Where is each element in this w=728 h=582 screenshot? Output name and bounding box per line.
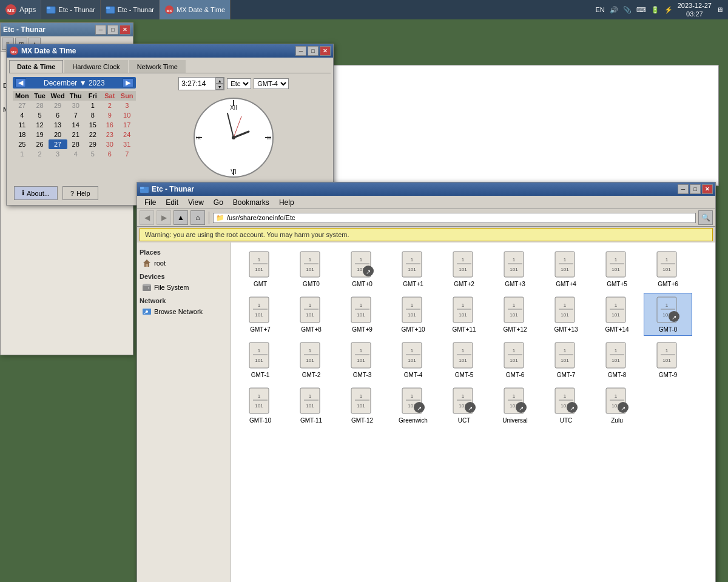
cal-cell[interactable]: 4 [67,149,84,159]
thunar-main-maximize-btn[interactable]: □ [690,184,701,194]
file-item[interactable]: 1101GMT+14 [593,293,641,336]
mx-datetime-maximize-btn[interactable]: □ [308,46,318,56]
tab-network-time[interactable]: Network Time [129,60,186,73]
file-item[interactable]: 1101GMT-3 [338,338,386,381]
cal-cell[interactable]: 2 [101,101,118,110]
back-btn[interactable]: ◀ [140,210,154,225]
thunar-main-close-btn[interactable]: ✕ [702,184,713,194]
cal-cell[interactable]: 28 [32,101,49,110]
cal-cell[interactable]: 5 [84,149,101,159]
taskbar-win-mxdt[interactable]: MX MX Date & Time [160,0,231,19]
file-item[interactable]: 1101GMT-7 [542,338,590,381]
time-up-btn[interactable]: ▲ [215,78,224,84]
cal-cell[interactable]: 17 [118,120,136,130]
menu-edit[interactable]: Edit [161,197,183,208]
cal-cell[interactable]: 19 [32,130,49,139]
cal-cell[interactable]: 1 [13,149,32,159]
cal-cell[interactable]: 30 [101,139,118,149]
cal-cell[interactable]: 27 [13,101,32,110]
file-item[interactable]: 1101GMT-9 [644,338,692,381]
cal-cell[interactable]: 3 [118,101,136,110]
timezone1-select[interactable]: Etc [227,78,251,89]
address-input[interactable] [227,214,693,221]
locale-indicator[interactable]: EN [595,6,604,13]
file-item[interactable]: 1101GMT+9 [338,293,386,336]
cal-cell[interactable]: 8 [84,110,101,120]
file-item[interactable]: 1101GMT+10 [389,293,437,336]
taskbar-win-thunar1[interactable]: Etc - Thunar [41,0,100,19]
cal-cell[interactable]: 23 [101,130,118,139]
attachment-icon[interactable]: 📎 [623,6,632,14]
cal-cell[interactable]: 14 [67,120,84,130]
file-item[interactable]: 1101GMT+7 [236,293,285,336]
cal-cell[interactable]: 15 [84,120,101,130]
sidebar-minimize-btn[interactable]: ─ [95,25,106,35]
file-item[interactable]: 1101↗Zulu [593,384,641,427]
apps-button[interactable]: MX Apps [0,0,41,19]
menu-file[interactable]: File [140,197,161,208]
file-item[interactable]: 1101GMT-10 [236,384,285,427]
file-item[interactable]: 1101GMT-6 [491,338,539,381]
file-item[interactable]: 1101GMT [236,247,285,290]
cal-cell[interactable]: 26 [32,139,49,149]
clock-display[interactable]: 2023-12-27 03:27 [678,1,712,19]
volume-icon[interactable]: 🔊 [610,6,618,14]
cal-prev-btn[interactable]: ◀ [15,78,26,87]
cal-cell[interactable]: 2 [32,149,49,159]
cal-cell[interactable]: 12 [32,120,49,130]
cal-cell[interactable]: 10 [118,110,136,120]
cal-cell[interactable]: 20 [49,130,67,139]
file-item[interactable]: 1101↗UTC [542,384,590,427]
file-item[interactable]: 1101↗Greenwich [389,384,437,427]
cal-cell[interactable]: 16 [101,120,118,130]
menu-bookmarks[interactable]: Bookmarks [228,197,274,208]
file-item[interactable]: 1101GMT-2 [287,338,335,381]
cal-cell[interactable]: 6 [101,149,118,159]
tab-hardware-clock[interactable]: Hardware Clock [64,60,127,73]
file-item[interactable]: 1101GMT+13 [542,293,590,336]
cal-cell[interactable]: 7 [67,110,84,120]
file-item[interactable]: 1101GMT-8 [593,338,641,381]
sidebar-close-btn[interactable]: ✕ [120,25,130,35]
cal-cell[interactable]: 29 [84,139,101,149]
battery-icon[interactable]: 🔋 [651,6,659,14]
cal-cell[interactable]: 25 [13,139,32,149]
cal-cell[interactable]: 9 [101,110,118,120]
file-item[interactable]: 1101GMT+3 [491,247,539,290]
time-down-btn[interactable]: ▼ [215,84,224,90]
taskbar-win-thunar2[interactable]: Etc - Thunar [101,0,160,19]
cal-cell[interactable]: 11 [13,120,32,130]
file-item[interactable]: 1101GMT-1 [236,338,285,381]
file-item[interactable]: 1101↗Universal [491,384,539,427]
cal-cell[interactable]: 5 [32,110,49,120]
file-item[interactable]: 1101↗GMT-0 [644,293,692,336]
cal-cell[interactable]: 30 [67,101,84,110]
taskbar-icon-extra[interactable]: 🖥 [716,6,723,13]
sidebar-item-root[interactable]: root [140,257,228,269]
file-item[interactable]: 1101GMT-11 [287,384,335,427]
file-item[interactable]: 1101GMT+2 [440,247,488,290]
cal-cell[interactable]: 7 [118,149,136,159]
power-icon[interactable]: ⚡ [664,6,673,14]
cal-cell[interactable]: 21 [67,130,84,139]
timezone2-select[interactable]: GMT-4 [254,78,289,89]
home-btn[interactable]: ⌂ [190,210,205,225]
cal-cell[interactable]: 28 [67,139,84,149]
sidebar-item-browse-network[interactable]: Browse Network [140,306,228,318]
cal-cell[interactable]: 4 [13,110,32,120]
sidebar-item-filesystem[interactable]: File System [140,281,228,293]
file-item[interactable]: 1101GMT+5 [593,247,641,290]
cal-cell[interactable]: 24 [118,130,136,139]
thunar-main-minimize-btn[interactable]: ─ [678,184,689,194]
keyboard-icon[interactable]: ⌨ [636,6,646,14]
cal-cell[interactable]: 18 [13,130,32,139]
cal-next-btn[interactable]: ▶ [123,78,133,87]
cal-cell[interactable]: 3 [49,149,67,159]
cal-cell[interactable]: 13 [49,120,67,130]
mx-datetime-minimize-btn[interactable]: ─ [295,46,306,56]
file-item[interactable]: 1101GMT0 [287,247,335,290]
file-item[interactable]: 1101↗GMT+0 [338,247,386,290]
file-item[interactable]: 1101↗UCT [440,384,488,427]
forward-btn[interactable]: ▶ [157,210,171,225]
cal-cell[interactable]: 6 [49,110,67,120]
